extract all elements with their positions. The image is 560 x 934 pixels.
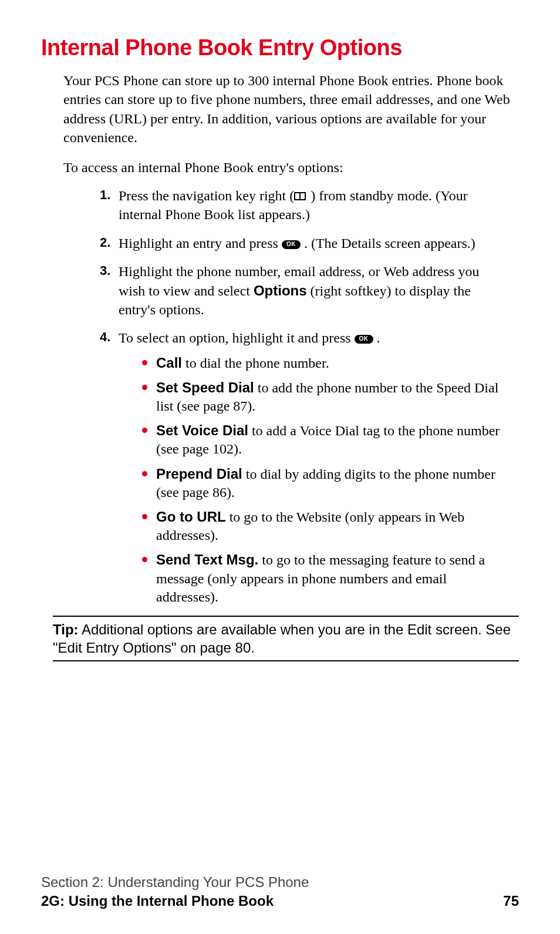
page-heading: Internal Phone Book Entry Options [41,35,519,61]
bullet-label: Go to URL [156,509,226,525]
step-number: 1. [100,186,110,204]
step-number: 4. [100,328,110,346]
bullet-label: Send Text Msg. [156,552,258,567]
intro-paragraph: Your PCS Phone can store up to 300 inter… [63,71,519,147]
bullet-call: Call to dial the phone number. [141,354,507,372]
step-4: 4. To select an option, highlight it and… [100,328,507,606]
bullet-send-text-msg: Send Text Msg. to go to the messaging fe… [141,550,507,606]
page-footer: Section 2: Understanding Your PCS Phone … [41,874,519,909]
step-2: 2. Highlight an entry and press OK . (Th… [100,234,507,253]
bullet-label: Set Speed Dial [156,379,254,395]
step-text-b: . (The Details screen appears.) [304,236,475,251]
bullet-label: Prepend Dial [156,466,242,482]
step-number: 2. [100,234,110,251]
tip-text: Additional options are available when yo… [53,621,511,656]
steps-list: 1. Press the navigation key right () fro… [100,186,507,606]
step-text-a: Press the navigation key right ( [119,188,294,203]
step-3: 3. Highlight the phone number, email add… [100,262,507,319]
bullet-set-speed-dial: Set Speed Dial to add the phone number t… [141,378,507,415]
step-text-b: . [377,330,380,345]
ok-button-icon: OK [282,240,301,249]
tip-label: Tip: [53,621,79,637]
page-number: 75 [503,893,519,909]
step-number: 3. [100,262,110,280]
footer-chapter: 2G: Using the Internal Phone Book [41,893,274,909]
options-label: Options [254,283,307,298]
bullet-prepend-dial: Prepend Dial to dial by adding digits to… [141,465,507,502]
tip-box: Tip: Additional options are available wh… [53,616,519,661]
step-text-a: To select an option, highlight it and pr… [119,330,355,345]
bullet-go-to-url: Go to URL to go to the Website (only app… [141,508,507,545]
bullet-text: to dial the phone number. [182,355,329,371]
navigation-right-icon [294,191,311,201]
ok-button-icon: OK [355,335,373,344]
bullet-label: Set Voice Dial [156,422,248,438]
footer-section: Section 2: Understanding Your PCS Phone [41,874,519,891]
step-text-a: Highlight an entry and press [119,236,282,251]
lead-text: To access an internal Phone Book entry's… [63,158,519,177]
step-1: 1. Press the navigation key right () fro… [100,186,507,224]
bullet-set-voice-dial: Set Voice Dial to add a Voice Dial tag t… [141,421,507,458]
option-bullets: Call to dial the phone number. Set Speed… [141,354,507,606]
bullet-label: Call [156,355,182,371]
